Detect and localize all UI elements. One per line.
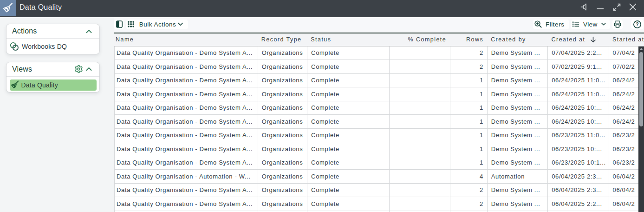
svg-text:?: ? xyxy=(636,22,639,27)
